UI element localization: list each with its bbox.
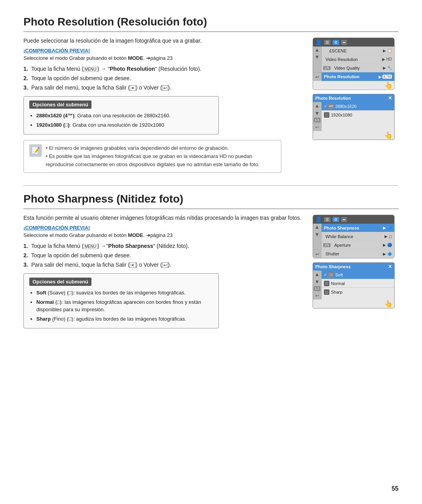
exit-icon-1: ✕ — [130, 85, 136, 91]
section1-submenu-list: 2880x1620 (4™): Graba con una resolución… — [29, 112, 213, 129]
section2-seleccione: Seleccione el modo Grabar pulsando el bo… — [23, 232, 305, 238]
section1-cam-popup: Photo Resolution ✕ ▲ ▼ 1/1 ↩ ✓ 4M — [313, 94, 395, 140]
exit-icon-2: ✕ — [130, 262, 136, 268]
cam-nav-down-2[interactable]: ▼ — [315, 231, 320, 238]
section1-step1: 1. Toque la ficha Menú (MENU) → "Photo R… — [23, 66, 305, 72]
cam-page-num-2: 1/5 — [323, 66, 331, 70]
section1-popup-nav-down[interactable]: ▼ — [315, 109, 320, 117]
back-icon-1: ↩ — [162, 85, 168, 91]
sharp-icon-1: ◻ — [328, 272, 334, 278]
section1-note-box: 📝 • El número de imágenes grabables varí… — [23, 140, 281, 173]
cam-nav-up-1[interactable]: ▲ — [315, 47, 320, 54]
section1-submenu-box: Opciones del submenú 2880x1620 (4™): Gra… — [23, 96, 219, 135]
section1-text: Puede seleccionar la resolución de la im… — [23, 38, 305, 173]
section1-popup-body: ▲ ▼ 1/1 ↩ ✓ 4M 2880x1620 □ — [313, 102, 394, 131]
section2-submenu-title: Opciones del submenú — [29, 278, 91, 286]
section2-cam-with-nav: ▲ ▼ ↩ Photo Sharpness ▶ 🔷 White Balance … — [313, 224, 394, 258]
section2-comprobacion[interactable]: ¡COMPROBACIÓN PREVIA! — [23, 225, 305, 231]
divider — [23, 185, 399, 186]
section1-cam-row1: £SCENE ▶ 📋 — [322, 47, 394, 55]
section2-title: Photo Sharpness (Nitidez foto) — [23, 193, 399, 209]
section1-cam-header: 👤 ☰ ⚙ ▪▪ — [313, 38, 394, 47]
cam-finger-3: 👆 — [313, 300, 394, 308]
section2-step3: 3. Para salir del menú, toque la ficha S… — [23, 262, 305, 268]
section1-popup-item1[interactable]: ✓ 4M 2880x1620 — [322, 102, 394, 111]
section2-cam-row2: White Balance ▶ ◻ — [322, 232, 394, 241]
section1-ui: 👤 ☰ ⚙ ▪▪ ▲ ▼ ↩ — [313, 38, 399, 140]
res-icon-1: 4M — [328, 104, 334, 109]
section2-popup-item3[interactable]: ◻ Sharp — [322, 288, 394, 296]
cam-gear-icon-2: ⚙ — [333, 217, 339, 222]
section2-popup-title: Photo Sharpness — [315, 264, 350, 269]
section2-cam-header: 👤 ☰ ⚙ ▪▪ — [313, 215, 394, 224]
section2-cam-row4: Shutter ▶ 🔷 — [322, 249, 394, 258]
section2-submenu-item2: Normal (□): las imágenes fotográficas ap… — [36, 298, 213, 314]
menu-icon-2: MENU — [84, 244, 97, 249]
section2-submenu-item1: Soft (Suave) (□): suaviza los bordes de … — [36, 289, 213, 297]
section2-cam-row1: Photo Sharpness ▶ 🔷 — [322, 224, 394, 232]
section1-step3: 3. Para salir del menú, toque la ficha S… — [23, 84, 305, 91]
section2-popup-label3: Sharp — [331, 290, 342, 294]
cam-finger-1: 👆 — [313, 81, 394, 90]
section1-popup-close[interactable]: ✕ — [388, 95, 392, 101]
section1-cam-nav: ▲ ▼ ↩ — [313, 47, 322, 81]
section2-popup-back[interactable]: ↩ — [313, 292, 321, 300]
section2-popup-item2[interactable]: ◻ Normal — [322, 279, 394, 288]
section2-text: Esta función permite al usuario obtener … — [23, 215, 305, 334]
section1-cam-rows: £SCENE ▶ 📋 Video Resolution ▶ HD 1/5 Vid… — [322, 47, 394, 81]
cam-battery-icon: ▪▪ — [341, 40, 347, 45]
section2-popup-nav-up[interactable]: ▲ — [315, 271, 320, 278]
section1-cam-row2: Video Resolution ▶ HD — [322, 55, 394, 64]
section2-step2: 2. Toque la opción del submenú que desee… — [23, 252, 305, 258]
section-photo-sharpness: Photo Sharpness (Nitidez foto) Esta func… — [23, 193, 399, 334]
section2-cam-main: 👤 ☰ ⚙ ▪▪ ▲ ▼ ↩ Photo Shar — [313, 215, 395, 258]
section2-popup-close[interactable]: ✕ — [388, 264, 392, 269]
section2-cam-nav: ▲ ▼ ↩ — [313, 224, 322, 258]
section2-popup-item1[interactable]: ✓ ◻ Soft — [322, 271, 394, 279]
section1-step2: 2. Toque la opción del submenú que desee… — [23, 75, 305, 81]
section1-comprobacion[interactable]: ¡COMPROBACIÓN PREVIA! — [23, 48, 305, 54]
section2-popup-items: ✓ ◻ Soft ◻ Normal ◻ Sharp — [322, 271, 394, 300]
cam-menu-icon-2: ☰ — [324, 217, 331, 222]
res-icon-2: □ — [324, 112, 329, 118]
section1-popup-title: Photo Resolution — [315, 96, 351, 100]
section2-popup-body: ▲ ▼ 1/1 ↩ ✓ ◻ Soft ◻ — [313, 271, 394, 300]
section1-cam-row3: 1/5 Video Quality ▶ 🔧 — [322, 64, 394, 72]
cam-person-icon: 👤 — [315, 39, 322, 45]
cam-nav-back-1[interactable]: ↩ — [313, 72, 322, 81]
section1-popup-back[interactable]: ↩ — [313, 123, 321, 131]
section2-popup-nav-down[interactable]: ▼ — [315, 278, 320, 285]
cam-battery-icon-2: ▪▪ — [341, 217, 347, 222]
section1-popup-nav-up[interactable]: ▲ — [315, 102, 320, 109]
section1-cam-main: 👤 ☰ ⚙ ▪▪ ▲ ▼ ↩ — [313, 38, 395, 90]
cam-gear-icon: ⚙ — [333, 40, 339, 45]
section1-note1: • El número de imágenes grabables varía … — [46, 144, 275, 152]
section2-popup-label2: Normal — [331, 281, 345, 286]
section2-steps: 1. Toque la ficha Menú (MENU) →"Photo Sh… — [23, 243, 305, 268]
section2-submenu-item3: Sharp (Fino) (□): agudiza los bordes de … — [36, 315, 213, 323]
sharp-icon-3: ◻ — [324, 289, 329, 295]
page-number: 55 — [392, 485, 399, 492]
note-icon-1: 📝 — [29, 144, 42, 157]
section2-step1: 1. Toque la ficha Menú (MENU) →"Photo Sh… — [23, 243, 305, 249]
section2-submenu-list: Soft (Suave) (□): suaviza los bordes de … — [29, 289, 213, 323]
section2-cam-popup: Photo Sharpness ✕ ▲ ▼ 1/1 ↩ ✓ ◻ — [313, 262, 395, 308]
section2-intro: Esta función permite al usuario obtener … — [23, 215, 305, 221]
cam-nav-back-2[interactable]: ↩ — [313, 249, 322, 258]
sharp-icon-2: ◻ — [324, 281, 329, 286]
cam-finger-2: 👆 — [313, 131, 394, 140]
section2-popup-label1: Soft — [335, 273, 343, 277]
section1-popup-header: Photo Resolution ✕ — [313, 94, 394, 102]
section1-steps: 1. Toque la ficha Menú (MENU) → "Photo R… — [23, 66, 305, 91]
section1-cam-row4: Photo Resolution ▶ 4.7M — [322, 72, 394, 81]
section2-cam-rows: Photo Sharpness ▶ 🔷 White Balance ▶ ◻ 2/… — [322, 224, 394, 258]
section2-ui: 👤 ☰ ⚙ ▪▪ ▲ ▼ ↩ Photo Shar — [313, 215, 399, 308]
section1-title: Photo Resolution (Resolución foto) — [23, 16, 399, 32]
menu-icon-1: MENU — [84, 67, 97, 72]
section1-cam-with-nav: ▲ ▼ ↩ £SCENE ▶ 📋 Video Resolution — [313, 47, 394, 81]
section1-popup-items: ✓ 4M 2880x1620 □ 1920x1080 — [322, 102, 394, 131]
cam-nav-up-2[interactable]: ▲ — [315, 224, 320, 231]
section1-note2: • Es posible que las imágenes fotográfic… — [46, 152, 275, 169]
cam-nav-down-1[interactable]: ▼ — [315, 54, 320, 61]
section1-popup-item2[interactable]: □ 1920x1080 — [322, 111, 394, 119]
